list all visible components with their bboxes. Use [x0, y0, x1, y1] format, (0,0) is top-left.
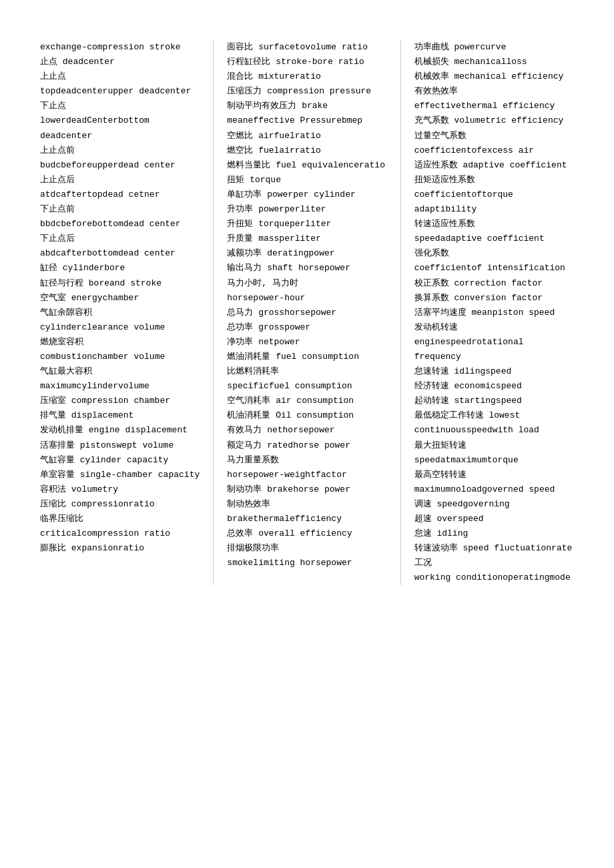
term-item: 气缸最大容积 — [40, 364, 200, 379]
term-item: 止点 deadcenter — [40, 55, 200, 69]
term-item: 发动机转速 — [414, 320, 574, 335]
term-item: 调速 speedgoverning — [414, 497, 574, 512]
term-item: 压缩室 compression chamber — [40, 394, 200, 408]
term-item: 净功率 netpower — [227, 335, 386, 350]
term-item: 马力小时, 马力时 — [227, 276, 386, 291]
term-item: 转速波动率 speed fluctuationrate — [414, 541, 574, 556]
term-item: horsepower-hour — [227, 291, 386, 306]
term-item: brakethermalefficiency — [227, 512, 386, 526]
term-item: 燃空比 fuelairratio — [227, 143, 386, 158]
term-item: 最高空转转速 — [414, 468, 574, 482]
term-item: 有效热效率 — [414, 84, 574, 99]
term-item: 输出马力 shaft horsepower — [227, 261, 386, 276]
term-item: exchange-compression stroke — [40, 40, 200, 55]
term-item: specificfuel consumption — [227, 379, 386, 394]
term-item: 燃油消耗量 fuel consumption — [227, 350, 386, 364]
term-item: 最低稳定工作转速 lowest continuousspeedwith load — [414, 408, 574, 438]
term-item: smokelimiting horsepower — [227, 556, 386, 570]
term-item: 额定马力 ratedhorse power — [227, 438, 386, 453]
term-item: 下止点前 — [40, 202, 200, 217]
term-item: 下止点 — [40, 99, 200, 113]
term-item: 适应性系数 adaptive coefficient — [414, 158, 574, 173]
term-item: 机械效率 mechanical efficiency — [414, 69, 574, 84]
term-item: 下止点后 — [40, 232, 200, 246]
term-item: 空气室 energychamber — [40, 291, 200, 306]
term-item: 制动平均有效压力 brake meaneffective Pressurebme… — [227, 99, 386, 128]
term-item: 总效率 overall efficiency — [227, 526, 386, 541]
term-item: 空气消耗率 air consumption — [227, 394, 386, 408]
term-item: maximumcylindervolume — [40, 379, 200, 394]
term-item: 行程缸径比 stroke-bore ratio — [227, 55, 386, 69]
term-item: 最大扭矩转速 — [414, 438, 574, 453]
term-item: 超速 overspeed — [414, 512, 574, 526]
term-item: 面容比 surfacetovolume ratio — [227, 40, 386, 55]
term-item: 比燃料消耗率 — [227, 364, 386, 379]
term-item: 上止点后 — [40, 173, 200, 187]
term-item: 容积法 volumetry — [40, 482, 200, 497]
main-content: exchange-compression stroke止点 deadcenter… — [27, 40, 587, 585]
term-item: coefficientofexcess air — [414, 143, 574, 158]
term-item: 发动机排量 engine displacement — [40, 423, 200, 438]
term-item: 排烟极限功率 — [227, 541, 386, 556]
column-2: 面容比 surfacetovolume ratio行程缸径比 stroke-bo… — [214, 40, 400, 585]
term-item: 升质量 massperliter — [227, 232, 386, 246]
term-item: 扭矩 torque — [227, 173, 386, 187]
term-item: bbdcbeforebottomdead center — [40, 217, 200, 232]
term-item: 缸径 cylinderbore — [40, 261, 200, 276]
term-item: 缸径与行程 boreand stroke — [40, 276, 200, 291]
term-item: 单缸功率 powerper cylinder — [227, 187, 386, 202]
term-item: 制动功率 brakehorse power — [227, 482, 386, 497]
term-item: enginespeedrotational frequency — [414, 335, 574, 364]
term-item: 膨胀比 expansionratio — [40, 541, 200, 556]
term-item: 空燃比 airfuelratio — [227, 129, 386, 143]
term-item: 上止点 — [40, 69, 200, 84]
term-item: 气缸容量 cylinder capacity — [40, 453, 200, 468]
term-item: 怠速 idling — [414, 526, 574, 541]
term-item: abdcafterbottomdead center — [40, 246, 200, 261]
term-item: 充气系数 volumetric efficiency — [414, 113, 574, 128]
term-item: maximumnoloadgoverned speed — [414, 482, 574, 497]
term-item: coefficientoftorque adaptibility — [414, 187, 574, 217]
term-item: 总功率 grosspower — [227, 320, 386, 335]
term-item: speedatmaximumtorque — [414, 453, 574, 468]
term-item: 减额功率 deratingpower — [227, 246, 386, 261]
term-item: 混合比 mixtureratio — [227, 69, 386, 84]
term-item: 压缩比 compressionratio — [40, 497, 200, 512]
term-item: 扭矩适应性系数 — [414, 173, 574, 187]
term-item: combustionchamber volume — [40, 350, 200, 364]
term-item: effectivethermal efficiency — [414, 99, 574, 113]
column-1: exchange-compression stroke止点 deadcenter… — [27, 40, 214, 585]
term-item: 起动转速 startingspeed — [414, 394, 574, 408]
term-item: lowerdeadCenterbottom deadcenter — [40, 113, 200, 143]
term-item: 气缸余隙容积 — [40, 306, 200, 320]
term-item: 总马力 grosshorsepower — [227, 306, 386, 320]
term-item: 制动热效率 — [227, 497, 386, 512]
term-item: 强化系数 — [414, 246, 574, 261]
term-item: 上止点前 — [40, 143, 200, 158]
term-item: 过量空气系数 — [414, 129, 574, 143]
term-item: 活塞排量 pistonswept volume — [40, 438, 200, 453]
column-3: 功率曲线 powercurve机械损失 mechanicalloss机械效率 m… — [401, 40, 587, 585]
term-item: 机械损失 mechanicalloss — [414, 55, 574, 69]
term-item: 功率曲线 powercurve — [414, 40, 574, 55]
term-item: topdeadcenterupper deadcenter — [40, 84, 200, 99]
term-item: atdcaftertopdead cetner — [40, 187, 200, 202]
term-item: speedadaptive coefficient — [414, 232, 574, 246]
term-item: cylinderclearance volume — [40, 320, 200, 335]
term-item: 怠速转速 idlingspeed — [414, 364, 574, 379]
term-item: 有效马力 nethorsepower — [227, 423, 386, 438]
term-item: 经济转速 economicspeed — [414, 379, 574, 394]
term-item: coefficientof intensification — [414, 261, 574, 276]
term-item: horsepower-weightfactor — [227, 468, 386, 482]
term-item: 活塞平均速度 meanpiston speed — [414, 306, 574, 320]
term-item: 升功率 powerperliter — [227, 202, 386, 217]
term-item: 升扭矩 torqueperliter — [227, 217, 386, 232]
term-item: 校正系数 correction factor — [414, 276, 574, 291]
term-item: 排气量 displacement — [40, 408, 200, 423]
term-item: 马力重量系数 — [227, 453, 386, 468]
term-item: 机油消耗量 Oil consumption — [227, 408, 386, 423]
term-item: working conditionoperatingmode — [414, 570, 574, 585]
term-item: 单室容量 single-chamber capacity — [40, 468, 200, 482]
term-item: 临界压缩比 — [40, 512, 200, 526]
term-item: budcbeforeupperdead center — [40, 158, 200, 173]
